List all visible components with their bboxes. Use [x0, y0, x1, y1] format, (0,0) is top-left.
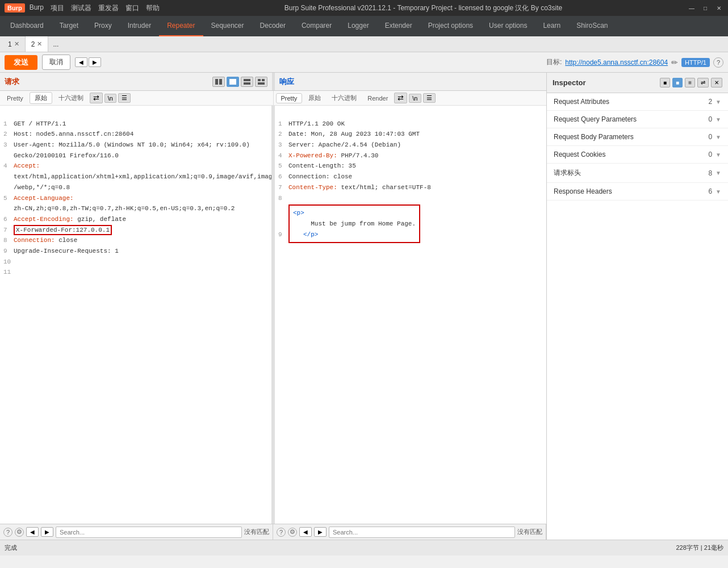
- request-code-area[interactable]: 1GET / HTTP/1.1 2Host: node5.anna.nssctf…: [0, 106, 272, 524]
- minimize-button[interactable]: —: [687, 3, 696, 12]
- req-line-3b: Gecko/20100101 Firefox/116.0: [3, 152, 119, 159]
- tab-1[interactable]: 1 ✕: [2, 36, 26, 52]
- req-search-settings[interactable]: ⚙: [15, 528, 24, 537]
- menu-tester[interactable]: 测试器: [71, 3, 91, 13]
- req-tool-btn2[interactable]: \n: [104, 94, 116, 103]
- window-title: Burp Suite Professional v2021.12.1 - Tem…: [160, 3, 687, 13]
- request-search-input[interactable]: [56, 527, 242, 538]
- nav-sequencer[interactable]: Sequencer: [203, 16, 252, 36]
- resp-search-settings[interactable]: ⚙: [288, 528, 297, 537]
- panels-area: 请求 响应: [0, 73, 546, 540]
- inspector-btn4[interactable]: ⇌: [697, 78, 709, 87]
- inspector-header: Inspector ■ ■ ≡ ⇌ ✕: [547, 73, 728, 93]
- tab-more[interactable]: ...: [48, 36, 63, 52]
- help-icon[interactable]: ?: [713, 57, 723, 68]
- nav-dashboard[interactable]: Dashboard: [2, 16, 52, 36]
- target-url[interactable]: http://node5.anna.nssctf.cn:28604: [565, 59, 668, 66]
- tab-1-close[interactable]: ✕: [14, 40, 19, 48]
- resp-tab-raw[interactable]: 原始: [304, 93, 325, 103]
- inspector-request-attributes[interactable]: Request Attributes 2 ▼: [547, 93, 728, 111]
- toolbar: 发送 取消 ◀ ▶ 目标: http://node5.anna.nssctf.c…: [0, 52, 728, 73]
- bottom-search-bar: ? ⚙ ◀ ▶ 没有匹配 ? ⚙ ◀ ▶ 没有匹配: [0, 524, 546, 540]
- req-view-single[interactable]: [227, 77, 239, 87]
- req-search-help[interactable]: ?: [3, 528, 12, 537]
- nav-intruder[interactable]: Intruder: [120, 16, 159, 36]
- resp-tab-hex[interactable]: 十六进制: [327, 93, 361, 103]
- title-bar-left: Burp Burp 项目 测试器 重发器 窗口 帮助: [5, 3, 160, 13]
- target-label: 目标:: [546, 57, 562, 67]
- req-line-11: 11: [3, 269, 14, 275]
- req-tool-btn3[interactable]: ☰: [118, 93, 131, 103]
- nav-project-options[interactable]: Project options: [420, 16, 481, 36]
- resp-tool-btn1[interactable]: ⇄: [394, 93, 407, 103]
- menu-help[interactable]: 帮助: [146, 3, 160, 13]
- req-tab-pretty[interactable]: Pretty: [2, 94, 28, 103]
- menu-bar[interactable]: Burp 项目 测试器 重发器 窗口 帮助: [30, 3, 160, 13]
- svg-rect-2: [229, 79, 236, 85]
- resp-tool-btn2[interactable]: \n: [409, 94, 421, 103]
- inspector-btn1[interactable]: ■: [660, 78, 670, 87]
- resp-search-next[interactable]: ▶: [314, 527, 327, 537]
- maximize-button[interactable]: □: [701, 3, 710, 12]
- req-view-other2[interactable]: [255, 77, 267, 87]
- inspector-btn2[interactable]: ■: [672, 78, 683, 87]
- nav-shiroscan[interactable]: ShiroScan: [568, 16, 616, 36]
- req-attr-chevron: ▼: [716, 99, 721, 105]
- response-search-input[interactable]: [329, 527, 515, 538]
- inspector-close[interactable]: ✕: [711, 78, 722, 87]
- req-tab-hex[interactable]: 十六进制: [54, 93, 88, 103]
- window-controls[interactable]: — □ ✕: [687, 3, 723, 12]
- inspector-body-params[interactable]: Request Body Parameters 0 ▼: [547, 128, 728, 146]
- next-button[interactable]: ▶: [89, 57, 101, 67]
- resp-tab-pretty[interactable]: Pretty: [276, 93, 303, 103]
- resp-tab-render[interactable]: Render: [363, 94, 392, 103]
- inspector-cookies[interactable]: Request Cookies 0 ▼: [547, 146, 728, 164]
- response-title: 响应: [279, 77, 294, 87]
- resp-line-2: 2Date: Mon, 28 Aug 2023 10:47:03 GMT: [278, 131, 420, 137]
- http-version-badge: HTTP/1: [681, 58, 710, 67]
- request-code-toolbar: Pretty 原始 十六进制 ⇄ \n ☰: [0, 91, 274, 105]
- nav-decoder[interactable]: Decoder: [252, 16, 294, 36]
- tab-2-close[interactable]: ✕: [37, 40, 42, 48]
- inspector-query-params[interactable]: Request Query Parameters 0 ▼: [547, 111, 728, 128]
- menu-window[interactable]: 窗口: [125, 3, 139, 13]
- query-params-label: Request Query Parameters: [554, 115, 637, 123]
- edit-icon[interactable]: ✏: [671, 58, 678, 67]
- resp-headers-label: Response Headers: [554, 187, 612, 195]
- response-code-area[interactable]: 1HTTP/1.1 200 OK 2Date: Mon, 28 Aug 2023…: [275, 106, 546, 524]
- inspector-req-headers[interactable]: 请求标头 8 ▼: [547, 164, 728, 183]
- close-button[interactable]: ✕: [714, 3, 723, 12]
- send-button[interactable]: 发送: [5, 55, 37, 70]
- query-params-chevron: ▼: [716, 116, 721, 123]
- req-tab-raw[interactable]: 原始: [30, 92, 52, 104]
- nav-learn[interactable]: Learn: [535, 16, 568, 36]
- menu-repeater[interactable]: 重发器: [98, 3, 119, 13]
- req-tool-btn1[interactable]: ⇄: [90, 93, 103, 103]
- nav-proxy[interactable]: Proxy: [86, 16, 120, 36]
- req-search-prev[interactable]: ◀: [26, 527, 39, 537]
- tab-2-label: 2: [31, 40, 35, 48]
- nav-repeater[interactable]: Repeater: [159, 16, 203, 36]
- req-view-split[interactable]: [212, 77, 225, 87]
- prev-button[interactable]: ◀: [75, 57, 87, 67]
- menu-burp[interactable]: Burp: [30, 3, 44, 13]
- tab-2[interactable]: 2 ✕: [26, 36, 49, 52]
- resp-search-help[interactable]: ?: [277, 528, 286, 537]
- cancel-button[interactable]: 取消: [42, 55, 70, 70]
- nav-comparer[interactable]: Comparer: [294, 16, 340, 36]
- resp-tool-btn3[interactable]: ☰: [423, 93, 436, 103]
- resp-search-prev[interactable]: ◀: [299, 527, 312, 537]
- resp-line-8: 8: [278, 195, 288, 202]
- svg-rect-3: [244, 79, 250, 81]
- inspector-btn3[interactable]: ≡: [685, 78, 695, 87]
- nav-logger[interactable]: Logger: [340, 16, 376, 36]
- req-search-next[interactable]: ▶: [41, 527, 53, 537]
- menu-project[interactable]: 项目: [51, 3, 64, 13]
- nav-target[interactable]: Target: [52, 16, 86, 36]
- req-view-other1[interactable]: [241, 77, 253, 87]
- inspector-resp-headers[interactable]: Response Headers 6 ▼: [547, 183, 728, 201]
- nav-extender[interactable]: Extender: [377, 16, 420, 36]
- inspector-title: Inspector: [553, 78, 586, 87]
- req-line-10: 10: [3, 258, 14, 265]
- nav-user-options[interactable]: User options: [481, 16, 535, 36]
